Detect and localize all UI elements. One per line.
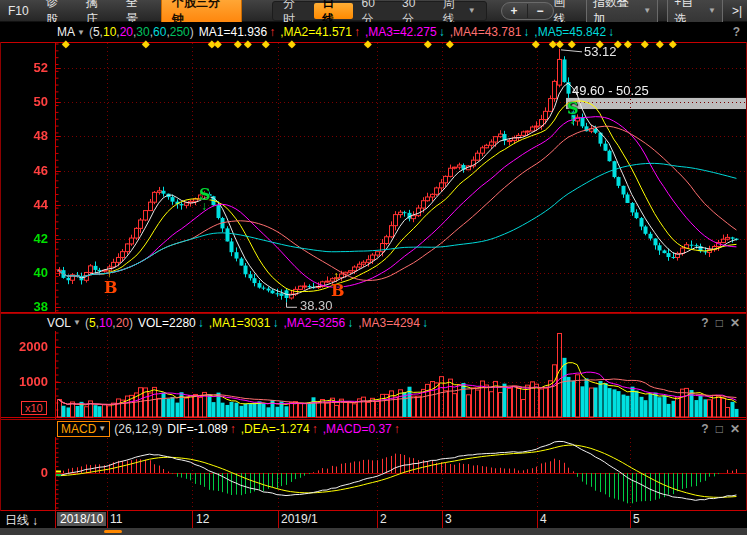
axis-separator [537,511,538,528]
signal-diamond-icon: ◆ [669,39,677,49]
signal-diamond-icon: ◆ [234,39,242,49]
indicator-name[interactable]: MA▼ [57,25,85,39]
zoom-in-button[interactable]: + [502,4,528,18]
indicator-name[interactable]: MACD▼ [57,421,110,437]
time-axis: 日线 ↓ 2018/1011122019/12345 [0,511,747,528]
menu-item-0[interactable]: F10 [8,4,29,18]
trend-arrow-icon: ↓ [523,25,529,39]
trend-arrow-icon: ↑ [312,422,318,436]
indicator-param: ) [129,316,133,330]
signal-diamond-icon: ◆ [656,39,664,49]
help-icon[interactable]: ? [701,422,708,436]
chart-frame-left [0,42,1,528]
axis-separator [55,511,56,528]
indicator-value: ,MA3=4294 [358,316,420,330]
indicator-param: 20 [120,25,133,39]
close-icon[interactable]: ✕ [730,422,740,436]
stock-chart-app: F10诊股擒庄全景 个股三分钟 分时日线60分30分周线▼ + − 画线 指数叠… [0,0,747,535]
axis-separator [442,511,443,528]
buy-marker: B [104,278,118,297]
period-selector[interactable]: 日线 ↓ [5,512,38,529]
trend-arrow-icon: ↓ [422,316,428,330]
indicator-param: 30 [136,25,149,39]
price-axis-label: 50 [0,94,48,109]
trend-arrow-icon: ↑ [230,422,236,436]
indicator-param: 20 [116,316,129,330]
macd-indicator-bar: MACD▼(26,12,9)DIF=-1.089↑,DEA=-1.274↑,MA… [0,419,747,437]
signal-diamond-icon: ◆ [532,39,540,49]
macd-chart-canvas[interactable] [0,437,747,511]
buy-marker: B [331,281,345,300]
marker-arrow-icon: ↓ [569,113,575,127]
indicator-value: VOL=2280 [138,316,196,330]
period-tab-0[interactable]: 分时 [275,3,314,19]
arrow-down-icon: ↓ [32,514,38,528]
indicator-value: ,MACD=0.37 [323,422,392,436]
period-tab-1[interactable]: 日线 [314,3,353,19]
period-low-label: 38.30 [300,298,333,313]
date-label: 2019/1 [281,512,318,526]
maximize-icon[interactable]: □ [716,422,723,436]
signal-diamond-icon: ◆ [624,39,632,49]
indicator-name-label: MA [57,25,75,39]
help-icon[interactable]: ? [733,25,740,39]
scrollbar-handle[interactable] [104,530,122,533]
pane-controls: ?□✕ [701,316,747,330]
trend-arrow-icon: ↑ [354,25,360,39]
indicator-param: 5 [93,25,100,39]
indicator-param: 250 [170,25,190,39]
trend-arrow-icon: ↑ [394,422,400,436]
axis-separator [377,511,378,528]
toolbar: F10诊股擒庄全景 个股三分钟 分时日线60分30分周线▼ + − 画线 指数叠… [0,0,747,22]
period-tab-4[interactable]: 周线▼ [435,3,484,19]
trend-arrow-icon: ↓ [608,25,614,39]
indicator-value: ,MA5=45.842 [534,25,606,39]
marker-arrow-icon: ↓ [201,199,207,213]
chevron-down-icon: ▼ [77,28,85,37]
volume-indicator-bar: VOL▼(5,10,20)VOL=2280↓,MA1=3031↓,MA2=325… [0,313,747,331]
signal-diamond-icon: ◆ [556,39,564,49]
signal-diamond-icon: ◆ [641,39,649,49]
indicator-value: ,MA4=43.781 [450,25,522,39]
volume-unit-label: x10 [21,401,47,415]
zoom-out-button[interactable]: − [528,4,553,18]
indicator-param: ) [190,25,194,39]
indicator-name-label: VOL [47,316,71,330]
signal-diamond-icon: ◆ [262,39,270,49]
price-axis-label: 52 [0,60,48,75]
signal-diamond-icon: ◆ [614,39,622,49]
volume-chart-canvas[interactable] [0,331,747,419]
signal-diamond-icon: ◆ [568,39,576,49]
collapse-panel-icon[interactable]: >| [732,4,742,18]
indicator-param: 10 [103,25,116,39]
indicator-param: 60 [153,25,166,39]
date-label: 11 [110,512,122,526]
trend-arrow-icon: ↓ [272,316,278,330]
signal-diamond-icon: ◆ [364,39,372,49]
indicator-value: MA1=41.936 [199,25,267,39]
pane-controls: ?□✕ [701,422,747,436]
pane-controls: ? [733,25,747,39]
chevron-down-icon: ▼ [643,6,651,15]
date-label: 3 [445,512,452,526]
zoom-controls: + − [501,2,554,20]
indicator-value: ,MA1=3031 [209,316,271,330]
signal-diamond-icon: ◆ [446,39,454,49]
indicator-value: ,DEA=-1.274 [241,422,310,436]
period-tab-3[interactable]: 30分 [394,3,435,19]
price-axis-label: 46 [0,163,48,178]
maximize-icon[interactable]: □ [716,316,723,330]
period-tab-2[interactable]: 60分 [353,3,394,19]
period-selector-label: 日线 [5,512,29,529]
close-icon[interactable]: ✕ [730,316,740,330]
signal-diamond-icon: ◆ [424,39,432,49]
date-label: 5 [633,512,640,526]
help-icon[interactable]: ? [701,316,708,330]
trend-arrow-icon: ↓ [439,25,445,39]
chevron-down-icon: ▼ [708,6,716,15]
trend-arrow-icon: ↓ [347,316,353,330]
indicator-name[interactable]: VOL▼ [47,316,81,330]
chevron-down-icon: ▼ [98,424,106,433]
signal-diamond-icon: ◆ [62,39,70,49]
price-axis-label: 48 [0,128,48,143]
